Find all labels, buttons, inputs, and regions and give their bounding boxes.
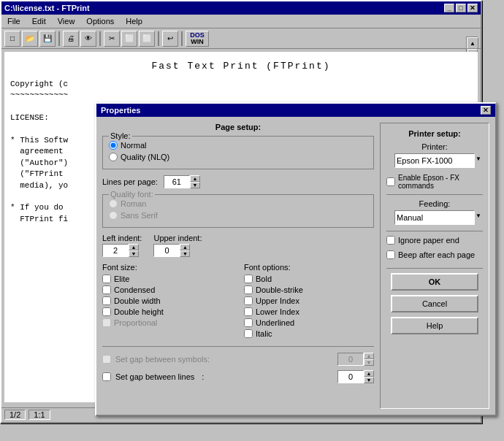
- double-width-label: Double width: [114, 296, 161, 305]
- enable-epson-label: Enable Epson - FX commands: [398, 174, 483, 190]
- open-button[interactable]: 📂: [22, 31, 38, 47]
- lines-up-button[interactable]: ▲: [190, 175, 200, 182]
- save-icon: 💾: [43, 34, 52, 42]
- roman-option: Roman: [109, 199, 367, 208]
- lines-per-page-spinner[interactable]: ▲ ▼: [164, 175, 200, 188]
- preview-icon: 👁: [85, 34, 92, 42]
- menu-help[interactable]: Help: [123, 16, 145, 26]
- elite-checkbox[interactable]: [102, 275, 111, 283]
- paste-button[interactable]: ⬜: [139, 31, 155, 47]
- beep-after-each-option[interactable]: Beep after each page: [386, 250, 483, 259]
- undo-icon: ↩: [167, 34, 173, 42]
- close-button[interactable]: ✕: [467, 4, 478, 12]
- upper-indent-input[interactable]: [153, 244, 180, 257]
- lines-per-page-spin-buttons: ▲ ▼: [190, 175, 200, 188]
- lines-per-page-label: Lines per page:: [102, 177, 158, 186]
- upper-indent-down-button[interactable]: ▼: [180, 250, 190, 257]
- beep-after-each-checkbox[interactable]: [386, 250, 395, 259]
- lower-index-label: Lower Index: [256, 307, 299, 316]
- style-normal-option[interactable]: Normal: [109, 141, 367, 150]
- printer-select-wrapper[interactable]: Epson FX-1000 ▼: [386, 153, 483, 168]
- feeding-select-wrapper[interactable]: Manual ▼: [386, 210, 483, 225]
- new-button[interactable]: □: [4, 31, 20, 47]
- menu-view[interactable]: View: [55, 16, 78, 26]
- cut-button[interactable]: ✂: [104, 31, 120, 47]
- cancel-button[interactable]: Cancel: [391, 295, 478, 312]
- gap-lines-up-button[interactable]: ▲: [364, 370, 374, 377]
- condensed-checkbox[interactable]: [102, 285, 111, 294]
- left-indent-down-button[interactable]: ▼: [129, 250, 139, 257]
- left-indent-spin-buttons: ▲ ▼: [129, 244, 139, 257]
- printer-sep-2: [386, 231, 483, 231]
- ignore-paper-end-checkbox[interactable]: [386, 236, 395, 245]
- double-strike-option[interactable]: Double-strike: [244, 285, 374, 294]
- elite-option[interactable]: Elite: [102, 275, 232, 283]
- left-indent-input[interactable]: [102, 244, 129, 257]
- left-indent-spinner[interactable]: ▲ ▼: [102, 244, 142, 257]
- bold-checkbox[interactable]: [244, 275, 253, 283]
- underlined-option[interactable]: Underlined: [244, 318, 374, 327]
- printer-setup-header: Printer setup:: [386, 129, 483, 138]
- gap-lines-input[interactable]: [337, 370, 364, 383]
- style-quality-option[interactable]: Quality (NLQ): [109, 153, 367, 161]
- style-normal-radio[interactable]: [109, 141, 118, 150]
- print-icon: 🖨: [67, 34, 75, 42]
- dialog-close-button[interactable]: ✕: [481, 106, 491, 115]
- preview-button[interactable]: 👁: [80, 31, 96, 47]
- italic-checkbox[interactable]: [244, 329, 253, 338]
- gap-symbols-row: Set gap between symbols: ▲ ▼: [102, 353, 374, 366]
- style-group: Style: Normal Quality (NLQ): [102, 136, 374, 169]
- undo-button[interactable]: ↩: [162, 31, 178, 47]
- upper-indent-up-button[interactable]: ▲: [180, 244, 190, 250]
- enable-epson-checkbox[interactable]: [386, 177, 395, 186]
- ok-button[interactable]: OK: [391, 273, 478, 291]
- printer-dropdown-arrow: ▼: [476, 156, 481, 162]
- gap-symbols-up-button: ▲: [364, 353, 374, 359]
- enable-epson-option[interactable]: Enable Epson - FX commands: [386, 174, 483, 190]
- style-quality-label: Quality (NLQ): [121, 153, 169, 161]
- menu-options[interactable]: Options: [83, 16, 117, 26]
- condensed-label: Condensed: [114, 285, 155, 294]
- upper-indent-spinner[interactable]: ▲ ▼: [153, 244, 202, 257]
- lower-index-checkbox[interactable]: [244, 307, 253, 316]
- print-button[interactable]: 🖨: [63, 31, 79, 47]
- minimize-button[interactable]: _: [444, 4, 454, 12]
- ignore-paper-end-option[interactable]: Ignore paper end: [386, 236, 483, 245]
- style-quality-radio[interactable]: [109, 153, 118, 161]
- underlined-checkbox[interactable]: [244, 318, 253, 327]
- condensed-option[interactable]: Condensed: [102, 285, 232, 294]
- lines-per-page-input[interactable]: [164, 175, 190, 188]
- copy-button[interactable]: ⬜: [121, 31, 137, 47]
- dos-win-button[interactable]: DOS WIN: [186, 31, 209, 47]
- lower-index-option[interactable]: Lower Index: [244, 307, 374, 316]
- position-status: 1:1: [28, 410, 50, 420]
- scroll-up-button[interactable]: ▲: [467, 37, 478, 49]
- bold-option[interactable]: Bold: [244, 275, 374, 283]
- upper-index-checkbox[interactable]: [244, 296, 253, 305]
- double-width-option[interactable]: Double width: [102, 296, 232, 305]
- lines-down-button[interactable]: ▼: [190, 182, 200, 188]
- gap-lines-down-button[interactable]: ▼: [364, 377, 374, 383]
- italic-option[interactable]: Italic: [244, 329, 374, 338]
- bold-label: Bold: [256, 275, 272, 283]
- help-button[interactable]: Help: [391, 317, 478, 334]
- double-height-checkbox[interactable]: [102, 307, 111, 316]
- printer-select[interactable]: Epson FX-1000: [394, 153, 475, 168]
- upper-index-option[interactable]: Upper Index: [244, 296, 374, 305]
- gap-lines-spinner[interactable]: ▲ ▼: [337, 370, 374, 383]
- maximize-button[interactable]: □: [456, 4, 466, 12]
- beep-after-each-label: Beep after each page: [398, 250, 475, 259]
- title-bar-controls: _ □ ✕: [444, 4, 478, 12]
- proportional-option: Proportional: [102, 318, 232, 327]
- double-width-checkbox[interactable]: [102, 296, 111, 305]
- left-indent-up-button[interactable]: ▲: [129, 244, 139, 250]
- dialog-body: Page setup: Style: Normal Quality (NLQ) …: [96, 117, 495, 415]
- menu-edit[interactable]: Edit: [29, 16, 49, 26]
- save-button[interactable]: 💾: [39, 31, 56, 47]
- double-height-option[interactable]: Double height: [102, 307, 232, 316]
- upper-index-label: Upper Index: [256, 296, 299, 305]
- double-strike-checkbox[interactable]: [244, 285, 253, 294]
- menu-file[interactable]: File: [4, 16, 23, 26]
- feeding-select[interactable]: Manual: [394, 210, 475, 225]
- gap-lines-checkbox[interactable]: [102, 372, 111, 381]
